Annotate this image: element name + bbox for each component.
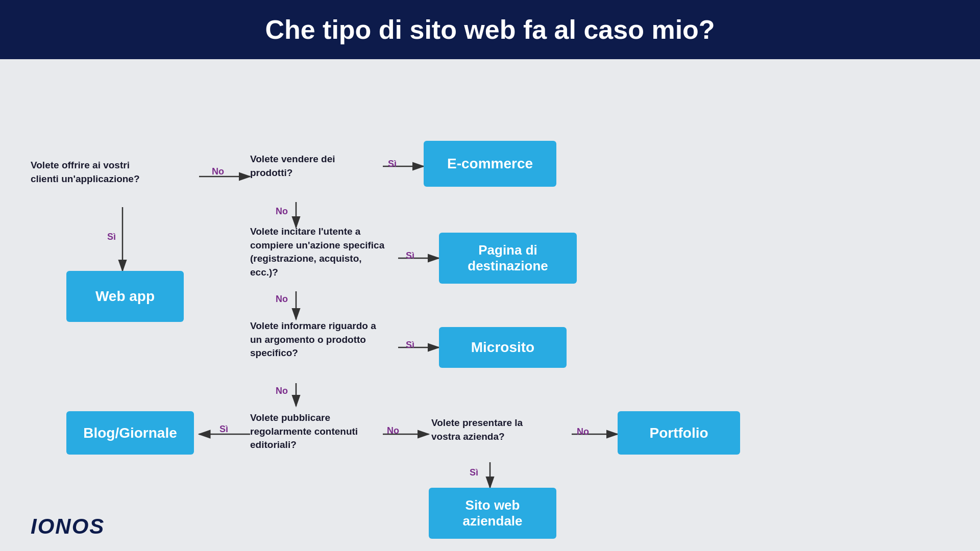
label-si-q3-pagina: Sì [406, 251, 414, 261]
question-3: Volete incitare l'utente a compiere un'a… [250, 225, 388, 279]
box-portfolio: Portfolio [618, 411, 740, 455]
label-no-q6-portfolio: No [577, 427, 589, 437]
question-1: Volete offrire ai vostri clienti un'appl… [31, 159, 143, 186]
question-6: Volete presentare la vostra azienda? [431, 416, 549, 443]
label-si-q2-ecommerce: Sì [388, 159, 397, 169]
box-microsito: Microsito [439, 327, 567, 368]
box-ecommerce: E-commerce [424, 141, 556, 187]
label-no-q4-q5: No [276, 386, 288, 396]
ionos-logo: IONOS [31, 514, 105, 539]
label-si-q1-webapp: Sì [107, 232, 116, 242]
box-sito: Sito web aziendale [429, 488, 556, 539]
question-4: Volete informare riguardo a un argomento… [250, 319, 388, 360]
question-5: Volete pubblicare regolarmente contenuti… [250, 411, 373, 452]
label-no-q3-q4: No [276, 294, 288, 305]
label-si-q5-blog: Sì [219, 424, 228, 435]
label-no-q5-q6: No [387, 425, 399, 436]
header: Che tipo di sito web fa al caso mio? [0, 0, 980, 59]
page-title: Che tipo di sito web fa al caso mio? [0, 14, 980, 45]
label-no-q2-q3: No [276, 206, 288, 217]
label-si-q6-sito: Sì [470, 467, 478, 478]
label-no-q1-q2: No [212, 166, 224, 177]
box-blog: Blog/Giornale [66, 411, 194, 455]
label-si-q4-microsito: Sì [406, 340, 414, 350]
question-2: Volete vendere dei prodotti? [250, 153, 362, 180]
box-pagina: Pagina di destinazione [439, 233, 577, 284]
box-webapp: Web app [66, 271, 184, 322]
